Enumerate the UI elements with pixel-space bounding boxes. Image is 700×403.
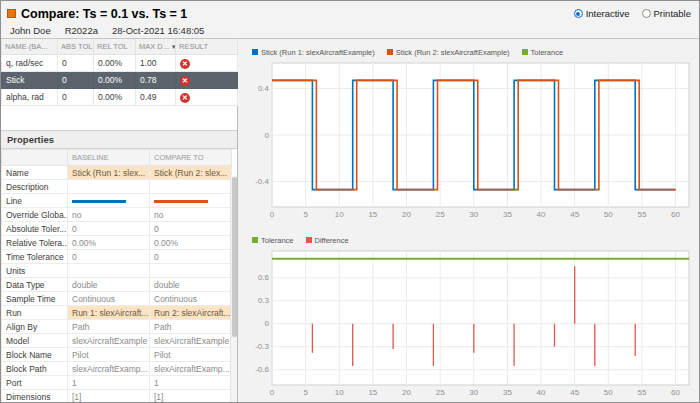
property-row-port: Port11 (2, 376, 232, 390)
difference-chart-block: ToleranceDifference 05101520253035404550… (246, 235, 694, 403)
radio-interactive-label: Interactive (586, 8, 630, 19)
property-row-description: Description (2, 180, 232, 194)
signal-row-stick[interactable]: Stick00.00%0.78✕ (2, 72, 238, 89)
legend-item-stick-run-2-slexaircraftexample[interactable]: Stick (Run 2: slexAircraftExample) (387, 48, 510, 57)
sdi-compare-window: { "header": { "title": "Compare: Ts = 0.… (0, 0, 700, 403)
property-value[interactable]: 0.00% (150, 236, 232, 250)
property-value[interactable]: 0 (150, 222, 232, 236)
column-header-name-ba[interactable]: NAME (BA... (2, 39, 58, 55)
property-value[interactable]: 0 (68, 222, 150, 236)
abs-tol-value: 0 (58, 72, 94, 89)
property-value[interactable]: Stick (Run 2: slex... (150, 166, 232, 180)
column-header-result[interactable]: RESULT (176, 39, 238, 55)
property-value[interactable]: Continuous (150, 292, 232, 306)
legend-swatch (387, 49, 393, 55)
property-value (68, 194, 150, 208)
baseline-line-swatch[interactable] (72, 200, 126, 203)
property-value[interactable]: 1 (68, 376, 150, 390)
result-cell: ✕ (176, 72, 238, 89)
property-value[interactable]: double (150, 278, 232, 292)
properties-scrollbar[interactable] (230, 176, 237, 403)
svg-text:5: 5 (303, 388, 308, 397)
legend-item-difference[interactable]: Difference (306, 236, 349, 245)
property-value[interactable]: 0 (150, 250, 232, 264)
legend-label: Difference (315, 236, 349, 245)
property-row-time-tolerance: Time Tolerance00 (2, 250, 232, 264)
max-diff-value: 1.00 (136, 55, 176, 72)
property-value[interactable]: 0 (68, 250, 150, 264)
property-value[interactable]: Pilot (68, 348, 150, 362)
property-value[interactable]: 1 (150, 376, 232, 390)
svg-text:40: 40 (537, 210, 546, 219)
property-value[interactable]: Path (68, 320, 150, 334)
property-value[interactable]: Continuous (68, 292, 150, 306)
property-value[interactable]: Pilot (150, 348, 232, 362)
property-value[interactable] (150, 264, 232, 278)
property-row-data-type: Data Typedoubledouble (2, 278, 232, 292)
property-label: Run (2, 306, 68, 320)
svg-text:50: 50 (604, 210, 613, 219)
svg-text:15: 15 (368, 210, 377, 219)
property-value[interactable]: Stick (Run 1: slex... (68, 166, 150, 180)
property-row-units: Units (2, 264, 232, 278)
legend-label: Stick (Run 1: slexAircraftExample) (261, 48, 375, 57)
abs-tol-value: 0 (58, 89, 94, 106)
column-header-rel-tol[interactable]: REL TOL (94, 39, 136, 55)
signal-row-alpha-rad[interactable]: alpha, rad00.00%0.49✕ (2, 89, 238, 106)
property-label: Units (2, 264, 68, 278)
column-header-abs-tol[interactable]: ABS TOL (58, 39, 94, 55)
svg-text:10: 10 (335, 388, 344, 397)
svg-text:25: 25 (436, 210, 445, 219)
property-value[interactable]: [1] (68, 390, 150, 403)
svg-text:0.6: 0.6 (258, 273, 270, 282)
legend-swatch (522, 49, 528, 55)
fail-icon: ✕ (180, 93, 190, 103)
property-label: Dimensions (2, 390, 68, 403)
property-label: Relative Tolera... (2, 236, 68, 250)
property-value[interactable]: slexAircraftExamp... (150, 362, 232, 376)
difference-chart[interactable]: 0510152025303540455055600.60.30-0.3-0.6 (246, 247, 694, 399)
signal-name: alpha, rad (2, 89, 58, 106)
legend-item-tolerance[interactable]: Tolerance (522, 48, 564, 57)
property-value[interactable]: Run 1: slexAircraft... (68, 306, 150, 320)
property-value[interactable] (68, 180, 150, 194)
user-name: John Doe (10, 25, 51, 36)
svg-text:0: 0 (265, 131, 270, 140)
property-value[interactable]: no (68, 208, 150, 222)
radio-printable[interactable]: Printable (642, 8, 692, 19)
svg-text:60: 60 (671, 210, 680, 219)
column-header-max-d[interactable]: MAX D... ▼ (136, 39, 176, 55)
property-label: Block Name (2, 348, 68, 362)
svg-text:45: 45 (570, 388, 579, 397)
column-header-baseline: BASELINE (68, 150, 150, 166)
property-row-run: RunRun 1: slexAircraft...Run 2: slexAirc… (2, 306, 232, 320)
compare-line-swatch[interactable] (154, 200, 208, 203)
signal-comparison-chart[interactable]: 0510152025303540455055600.40-0.4 (246, 59, 694, 221)
property-label: Line (2, 194, 68, 208)
property-label: Port (2, 376, 68, 390)
charts-panel: Stick (Run 1: slexAircraftExample)Stick … (238, 39, 700, 403)
signal-chart-block: Stick (Run 1: slexAircraftExample)Stick … (246, 47, 694, 225)
property-value[interactable]: 0.00% (68, 236, 150, 250)
legend-item-stick-run-1-slexaircraftexample[interactable]: Stick (Run 1: slexAircraftExample) (252, 48, 375, 57)
radio-interactive[interactable]: Interactive (574, 8, 630, 19)
property-label: Align By (2, 320, 68, 334)
legend-item-tolerance[interactable]: Tolerance (252, 236, 294, 245)
property-value[interactable]: Path (150, 320, 232, 334)
signal-chart-legend: Stick (Run 1: slexAircraftExample)Stick … (252, 47, 694, 57)
property-value[interactable]: slexAircraftExamp... (68, 362, 150, 376)
property-value[interactable]: double (68, 278, 150, 292)
property-value[interactable]: slexAircraftExample (68, 334, 150, 348)
result-cell: ✕ (176, 89, 238, 106)
svg-text:30: 30 (469, 388, 478, 397)
property-value[interactable]: [1] (150, 390, 232, 403)
properties-header[interactable]: Properties (1, 130, 237, 149)
property-value[interactable] (68, 264, 150, 278)
signal-row-q-rad-sec[interactable]: q, rad/sec00.00%1.00✕ (2, 55, 238, 72)
property-value[interactable]: no (150, 208, 232, 222)
rel-tol-value: 0.00% (94, 89, 136, 106)
property-value[interactable]: slexAircraftExample (150, 334, 232, 348)
property-value[interactable] (150, 180, 232, 194)
scrollbar-thumb[interactable] (232, 177, 237, 337)
property-value[interactable]: Run 2: slexAircraft... (150, 306, 232, 320)
